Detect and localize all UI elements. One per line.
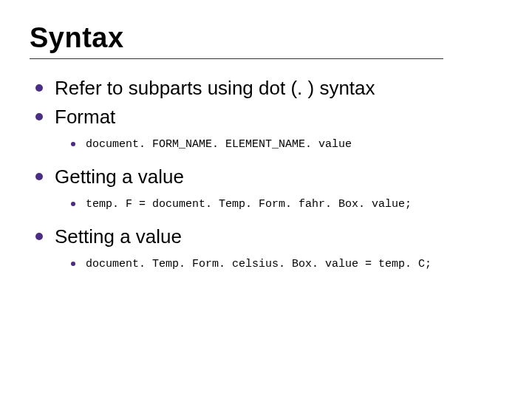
slide-title: Syntax (30, 22, 502, 54)
sub-bullet-list: document. Temp. Form. celsius. Box. valu… (55, 256, 502, 273)
bullet-item: Format document. FORM_NAME. ELEMENT_NAME… (33, 104, 502, 154)
sub-bullet-list: document. FORM_NAME. ELEMENT_NAME. value (55, 136, 502, 154)
bullet-text: Getting a value (55, 166, 184, 188)
sub-bullet-item: temp. F = document. Temp. Form. fahr. Bo… (68, 196, 502, 214)
bullet-item: Refer to subparts using dot (. ) syntax (33, 75, 502, 101)
bullet-item: Setting a value document. Temp. Form. ce… (33, 224, 502, 273)
title-rule (30, 58, 443, 59)
bullet-text: Setting a value (55, 225, 182, 248)
slide: Syntax Refer to subparts using dot (. ) … (0, 0, 532, 399)
bullet-item: Getting a value temp. F = document. Temp… (33, 164, 502, 214)
bullet-text: Refer to subparts using dot (. ) syntax (55, 77, 375, 99)
code-text: document. Temp. Form. celsius. Box. valu… (86, 258, 432, 270)
sub-bullet-item: document. Temp. Form. celsius. Box. valu… (68, 256, 502, 273)
bullet-list: Refer to subparts using dot (. ) syntax … (30, 75, 502, 273)
sub-bullet-list: temp. F = document. Temp. Form. fahr. Bo… (55, 196, 502, 214)
bullet-text: Format (55, 106, 115, 128)
code-text: document. FORM_NAME. ELEMENT_NAME. value (86, 138, 352, 151)
code-text: temp. F = document. Temp. Form. fahr. Bo… (86, 198, 412, 211)
sub-bullet-item: document. FORM_NAME. ELEMENT_NAME. value (68, 136, 502, 154)
